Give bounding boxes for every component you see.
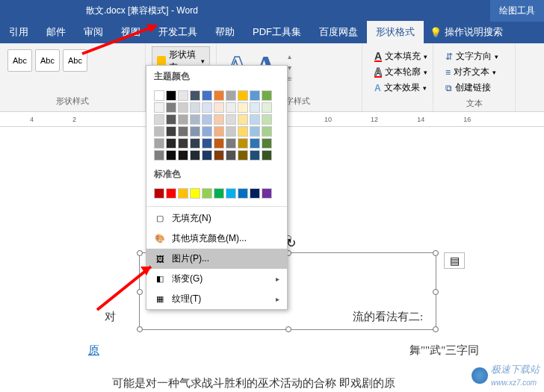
color-swatch[interactable] <box>178 102 188 113</box>
menu-no-fill[interactable]: ▢无填充(N) <box>146 208 287 228</box>
color-swatch[interactable] <box>238 138 248 149</box>
color-swatch[interactable] <box>226 90 236 101</box>
color-swatch[interactable] <box>178 126 188 137</box>
color-swatch[interactable] <box>166 102 176 113</box>
text-outline-button[interactable]: A文本轮廓▾ <box>371 65 424 79</box>
tell-me-search[interactable]: 💡 操作说明搜索 <box>430 25 503 39</box>
color-swatch[interactable] <box>202 138 212 149</box>
color-swatch[interactable] <box>166 126 176 137</box>
menu-gradient[interactable]: ◧渐变(G)▸ <box>146 269 287 289</box>
color-swatch[interactable] <box>250 188 260 199</box>
color-swatch[interactable] <box>238 102 248 113</box>
tab-mailings[interactable]: 邮件 <box>37 21 75 43</box>
color-swatch[interactable] <box>166 188 176 199</box>
color-swatch[interactable] <box>226 138 236 149</box>
color-swatch[interactable] <box>190 102 200 113</box>
color-swatch[interactable] <box>238 126 248 137</box>
tab-pdf-tools[interactable]: PDF工具集 <box>244 21 310 43</box>
color-swatch[interactable] <box>202 188 212 199</box>
menu-more-colors[interactable]: 🎨其他填充颜色(M)... <box>146 228 287 249</box>
color-swatch[interactable] <box>178 150 188 161</box>
text-effects-button[interactable]: A文本效果▾ <box>371 81 424 95</box>
tab-help[interactable]: 帮助 <box>206 21 244 43</box>
color-swatch[interactable] <box>154 150 164 161</box>
color-swatch[interactable] <box>154 114 164 125</box>
color-swatch[interactable] <box>190 114 200 125</box>
tab-references[interactable]: 引用 <box>0 21 37 43</box>
color-swatch[interactable] <box>178 90 188 101</box>
color-swatch[interactable] <box>214 114 224 125</box>
resize-handle-ne[interactable] <box>433 250 439 256</box>
color-swatch[interactable] <box>250 90 260 101</box>
color-swatch[interactable] <box>202 150 212 161</box>
color-swatch[interactable] <box>202 126 212 137</box>
color-swatch[interactable] <box>190 188 200 199</box>
color-swatch[interactable] <box>166 90 176 101</box>
color-swatch[interactable] <box>202 114 212 125</box>
resize-handle-nw[interactable] <box>137 250 143 256</box>
color-swatch[interactable] <box>214 150 224 161</box>
color-swatch[interactable] <box>226 114 236 125</box>
color-swatch[interactable] <box>250 138 260 149</box>
menu-texture[interactable]: ▦纹理(T)▸ <box>146 289 287 309</box>
color-swatch[interactable] <box>238 114 248 125</box>
color-swatch[interactable] <box>154 138 164 149</box>
color-swatch[interactable] <box>154 126 164 137</box>
menu-picture-fill[interactable]: 🖼图片(P)... <box>146 249 287 269</box>
color-swatch[interactable] <box>262 102 272 113</box>
color-swatch[interactable] <box>226 188 236 199</box>
color-swatch[interactable] <box>154 102 164 113</box>
color-swatch[interactable] <box>262 90 272 101</box>
color-swatch[interactable] <box>214 126 224 137</box>
align-text-button[interactable]: ≡对齐文本▾ <box>442 65 506 79</box>
color-swatch[interactable] <box>190 126 200 137</box>
color-swatch[interactable] <box>190 90 200 101</box>
resize-handle-sw[interactable] <box>137 326 143 332</box>
resize-handle-se[interactable] <box>433 326 439 332</box>
color-swatch[interactable] <box>190 150 200 161</box>
doc-line-2a[interactable]: 原 <box>88 343 99 358</box>
wordart-gallery-more-icon[interactable]: ≡ <box>288 75 292 83</box>
color-swatch[interactable] <box>202 102 212 113</box>
resize-handle-s[interactable] <box>285 326 291 332</box>
color-swatch[interactable] <box>226 150 236 161</box>
color-swatch[interactable] <box>250 102 260 113</box>
wordart-gallery-down-icon[interactable]: ▾ <box>288 63 292 72</box>
color-swatch[interactable] <box>226 126 236 137</box>
color-swatch[interactable] <box>178 114 188 125</box>
color-swatch[interactable] <box>238 90 248 101</box>
color-swatch[interactable] <box>262 126 272 137</box>
color-swatch[interactable] <box>154 188 164 199</box>
color-swatch[interactable] <box>166 114 176 125</box>
color-swatch[interactable] <box>178 188 188 199</box>
color-swatch[interactable] <box>214 90 224 101</box>
color-swatch[interactable] <box>250 150 260 161</box>
color-swatch[interactable] <box>250 114 260 125</box>
color-swatch[interactable] <box>238 188 248 199</box>
color-swatch[interactable] <box>262 114 272 125</box>
color-swatch[interactable] <box>250 126 260 137</box>
color-swatch[interactable] <box>226 102 236 113</box>
color-swatch[interactable] <box>262 188 272 199</box>
tab-baidu[interactable]: 百度网盘 <box>310 21 367 43</box>
color-swatch[interactable] <box>190 138 200 149</box>
shape-style-preset-2[interactable]: Abc <box>35 49 60 72</box>
color-swatch[interactable] <box>262 150 272 161</box>
resize-handle-e[interactable] <box>433 289 439 295</box>
tab-shape-format[interactable]: 形状格式 <box>367 21 424 43</box>
color-swatch[interactable] <box>166 138 176 149</box>
color-swatch[interactable] <box>178 138 188 149</box>
color-swatch[interactable] <box>154 90 164 101</box>
color-swatch[interactable] <box>238 150 248 161</box>
create-link-button[interactable]: ⧉创建链接 <box>442 81 506 95</box>
text-direction-button[interactable]: ⇵文字方向▾ <box>442 49 506 63</box>
color-swatch[interactable] <box>166 150 176 161</box>
color-swatch[interactable] <box>262 138 272 149</box>
wordart-gallery-up-icon[interactable]: ▴ <box>288 52 292 60</box>
layout-options-button[interactable]: ▤ <box>444 252 465 269</box>
text-fill-button[interactable]: A文本填充▾ <box>371 49 424 63</box>
color-swatch[interactable] <box>214 188 224 199</box>
color-swatch[interactable] <box>214 102 224 113</box>
color-swatch[interactable] <box>214 138 224 149</box>
shape-style-preset-1[interactable]: Abc <box>7 49 32 72</box>
